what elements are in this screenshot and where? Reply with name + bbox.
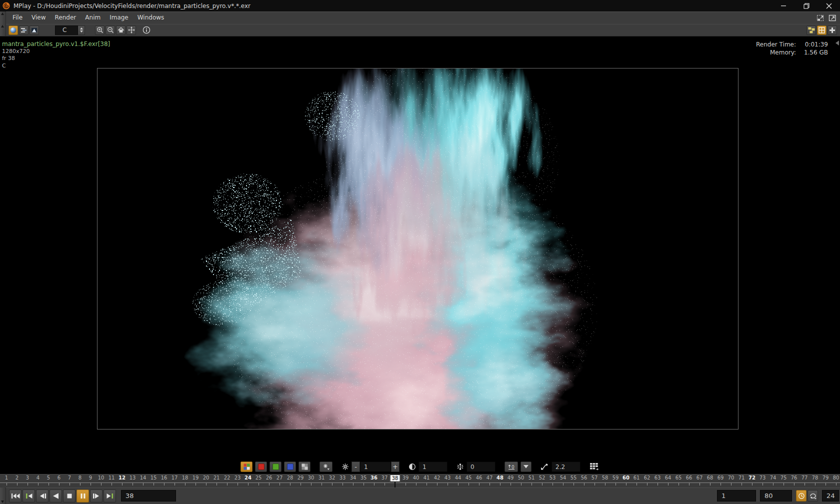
play-reverse-range-button[interactable] bbox=[22, 490, 35, 502]
split-layout-button[interactable] bbox=[828, 26, 837, 35]
playbar-collapse-handle[interactable] bbox=[0, 488, 6, 504]
timeline-tick bbox=[773, 483, 774, 486]
timeline-frame-label: 1 bbox=[5, 475, 8, 480]
menu-item-windows[interactable]: Windows bbox=[133, 12, 169, 24]
range-end-field[interactable]: 80 bbox=[760, 490, 792, 502]
timeline-tick bbox=[605, 483, 606, 486]
contrast-field[interactable]: 1 bbox=[418, 462, 448, 472]
timeline-frame-label: 27 bbox=[276, 475, 283, 480]
timeline-frame-label: 69 bbox=[718, 475, 724, 480]
fit-view-button[interactable] bbox=[126, 26, 136, 35]
timeline-tick bbox=[752, 483, 752, 486]
restore-button[interactable] bbox=[795, 0, 818, 12]
image-view-button[interactable] bbox=[8, 26, 18, 35]
timeline-frame-label: 54 bbox=[560, 475, 566, 480]
current-frame-field[interactable]: 38 bbox=[121, 490, 176, 502]
range-start-field[interactable]: 1 bbox=[717, 490, 756, 502]
play-forward-range-button[interactable] bbox=[104, 490, 116, 502]
timeline-tick bbox=[668, 483, 668, 486]
exposure-increase-button[interactable]: + bbox=[391, 462, 400, 472]
image-plane-name: C bbox=[2, 62, 110, 70]
expand-view-icon[interactable] bbox=[828, 14, 837, 22]
play-reverse-button[interactable] bbox=[50, 490, 62, 502]
exposure-decrease-button[interactable]: - bbox=[352, 462, 360, 472]
channel-red-button[interactable] bbox=[255, 462, 267, 472]
loop-mode-button[interactable] bbox=[808, 490, 818, 502]
window-title: MPlay - D:/HoudiniProjects/VelocityField… bbox=[14, 2, 250, 10]
zoom-out-button[interactable] bbox=[106, 26, 115, 35]
info-icon bbox=[142, 26, 150, 34]
viewer-area[interactable]: mantra_particles_pyro.v1.$F.exr[38] 1280… bbox=[0, 36, 840, 460]
menu-item-render[interactable]: Render bbox=[50, 12, 81, 24]
adjustment-dropdown-button[interactable] bbox=[520, 462, 532, 472]
toolbar-collapse-handle[interactable] bbox=[0, 24, 6, 36]
channel-green-button[interactable] bbox=[270, 462, 282, 472]
fps-field[interactable]: 24 bbox=[822, 490, 839, 502]
timeline-frame-label: 34 bbox=[350, 475, 356, 480]
crop-region-icon[interactable] bbox=[816, 14, 825, 22]
timeline-tick bbox=[647, 483, 648, 486]
info-button[interactable] bbox=[142, 26, 151, 34]
close-button[interactable] bbox=[818, 0, 840, 12]
step-back-button[interactable] bbox=[36, 490, 48, 502]
brightness-field[interactable]: 0 bbox=[466, 462, 496, 472]
timeline-frame-label: 43 bbox=[444, 475, 451, 480]
realtime-playback-button[interactable] bbox=[796, 490, 806, 502]
exposure-field[interactable]: 1 bbox=[360, 462, 391, 472]
zoom-in-button[interactable] bbox=[95, 26, 104, 35]
timeline-frame-label: 79 bbox=[822, 475, 829, 480]
menu-item-image[interactable]: Image bbox=[105, 12, 133, 24]
timeline-tick bbox=[374, 483, 374, 486]
channel-list-button[interactable] bbox=[19, 26, 28, 35]
step-forward-button[interactable] bbox=[90, 490, 102, 502]
pause-button[interactable] bbox=[76, 490, 89, 502]
skip-to-start-button[interactable] bbox=[9, 490, 22, 502]
channel-selector-field[interactable]: C bbox=[55, 26, 78, 35]
timeline-tick bbox=[70, 483, 70, 486]
timeline-frame-label: 9 bbox=[89, 475, 92, 480]
timeline-tick bbox=[437, 483, 438, 486]
mask-icon bbox=[31, 27, 38, 34]
timeline-frame-label: 46 bbox=[476, 475, 482, 480]
timeline[interactable]: 1234567891011121314151617181920212223242… bbox=[0, 474, 840, 488]
timeline-frame-label: 71 bbox=[738, 475, 745, 480]
timeline-frame-label: 14 bbox=[140, 475, 146, 480]
timeline-tick bbox=[826, 483, 826, 486]
timeline-tick bbox=[269, 483, 270, 486]
image-frame[interactable] bbox=[97, 68, 738, 430]
timeline-frame-label: 56 bbox=[581, 475, 588, 480]
minimize-button[interactable] bbox=[772, 0, 795, 12]
timeline-tick bbox=[490, 483, 490, 486]
menubar-collapse-handle[interactable] bbox=[0, 12, 6, 24]
exposure-icon bbox=[342, 463, 349, 470]
timeline-frame-label: 36 bbox=[370, 475, 378, 480]
single-image-layout-button[interactable] bbox=[817, 26, 826, 35]
timeline-playhead[interactable]: 38 bbox=[390, 474, 400, 482]
home-view-button[interactable] bbox=[116, 26, 126, 35]
stop-button[interactable] bbox=[63, 490, 76, 502]
reset-adjustments-button[interactable]: 0 bbox=[504, 462, 518, 472]
gamma-field[interactable]: 2.2 bbox=[552, 462, 580, 472]
channel-rgb-button[interactable] bbox=[240, 462, 252, 472]
background-brightness-button[interactable] bbox=[320, 462, 332, 472]
menu-item-file[interactable]: File bbox=[8, 12, 27, 24]
right-panel-collapse-handle[interactable] bbox=[836, 40, 839, 46]
memory-value: 1.56 GB bbox=[799, 49, 828, 56]
timeline-tick bbox=[300, 483, 301, 486]
menu-item-view[interactable]: View bbox=[27, 12, 50, 24]
timeline-frame-label: 28 bbox=[287, 475, 294, 480]
gallery-layout-button[interactable] bbox=[806, 26, 816, 35]
menu-item-anim[interactable]: Anim bbox=[80, 12, 105, 24]
channel-selector-spinner[interactable] bbox=[78, 26, 85, 35]
timeline-frame-label: 47 bbox=[486, 475, 493, 480]
channel-alpha-button[interactable] bbox=[298, 462, 310, 472]
red-channel-icon bbox=[258, 464, 264, 470]
timeline-tick bbox=[206, 483, 206, 486]
loop-icon bbox=[809, 492, 817, 500]
timeline-frame-label: 75 bbox=[780, 475, 787, 480]
timeline-frame-label: 26 bbox=[266, 475, 272, 480]
timeline-frame-label: 13 bbox=[130, 475, 136, 480]
channel-blue-button[interactable] bbox=[284, 462, 296, 472]
lut-button[interactable] bbox=[590, 462, 600, 471]
mask-view-button[interactable] bbox=[30, 26, 39, 35]
